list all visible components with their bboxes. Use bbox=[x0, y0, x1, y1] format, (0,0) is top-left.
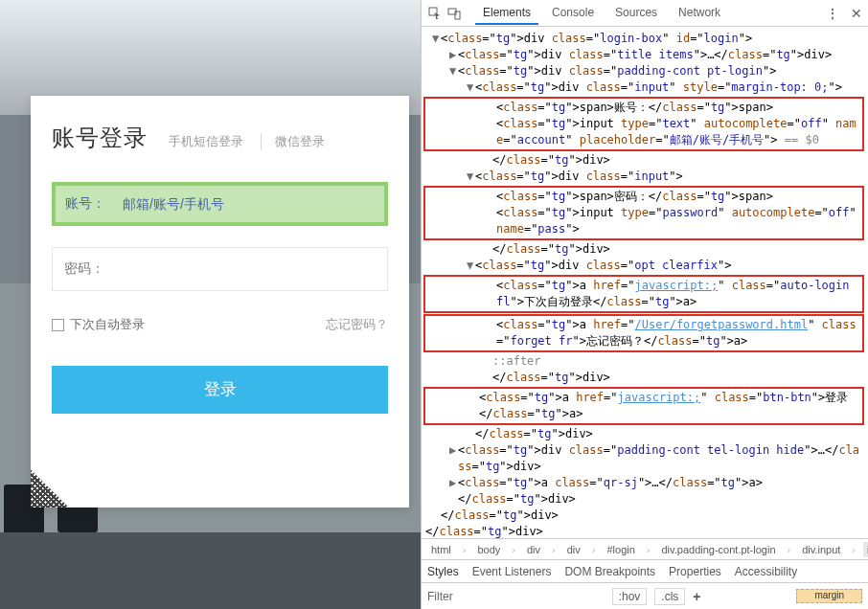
inspect-icon[interactable] bbox=[427, 6, 443, 21]
subtab-accessibility[interactable]: Accessibility bbox=[735, 565, 797, 578]
account-label: 账号： bbox=[65, 195, 123, 213]
qr-login-corner[interactable] bbox=[31, 454, 84, 508]
tab-wechat-login[interactable]: 微信登录 bbox=[261, 133, 325, 150]
devtools-toolbar: Elements Console Sources Network ⋮ ✕ bbox=[422, 0, 868, 27]
subtab-styles[interactable]: Styles bbox=[427, 565, 459, 578]
devtools-close-icon[interactable]: ✕ bbox=[851, 6, 862, 21]
login-title-row: 账号登录 手机短信登录 微信登录 bbox=[52, 123, 388, 153]
tab-elements[interactable]: Elements bbox=[475, 2, 538, 25]
highlighted-node-auto: <class="tg">a href="javascript:;" class=… bbox=[423, 275, 864, 313]
login-options: 下次自动登录 忘记密码？ bbox=[52, 316, 388, 333]
login-title: 账号登录 bbox=[52, 123, 148, 153]
password-field-row: 密码： bbox=[52, 247, 388, 291]
cls-toggle[interactable]: .cls bbox=[654, 588, 685, 605]
auto-login-toggle[interactable]: 下次自动登录 bbox=[52, 316, 145, 333]
styles-tab-strip: Styles Event Listeners DOM Breakpoints P… bbox=[422, 559, 868, 582]
account-field-row: 账号： bbox=[52, 182, 388, 226]
checkbox-icon bbox=[52, 319, 64, 331]
tab-sources[interactable]: Sources bbox=[607, 2, 665, 25]
login-box: 账号登录 手机短信登录 微信登录 账号： 密码： 下次自动登录 忘记密码？ 登录 bbox=[31, 96, 409, 508]
highlighted-node-pass: <class="tg">span>密码：</class="tg">span> <… bbox=[423, 186, 864, 240]
styles-filter-bar: Filter :hov .cls + margin bbox=[422, 582, 868, 609]
elements-tree[interactable]: ▼<class="tg">div class="login-box" id="l… bbox=[422, 27, 868, 538]
new-rule-button[interactable]: + bbox=[693, 589, 700, 604]
forgot-password-link[interactable]: 忘记密码？ bbox=[326, 316, 388, 333]
device-toggle-icon[interactable] bbox=[446, 6, 462, 21]
tab-console[interactable]: Console bbox=[544, 2, 602, 25]
subtab-properties[interactable]: Properties bbox=[669, 565, 721, 578]
login-submit-button[interactable]: 登录 bbox=[52, 366, 388, 414]
highlighted-node-btn: <class="tg">a href="javascript:;" class=… bbox=[423, 387, 864, 425]
tab-sms-login[interactable]: 手机短信登录 bbox=[169, 133, 243, 150]
breadcrumb[interactable]: html› body› div› div› #login› div.paddin… bbox=[422, 538, 868, 559]
highlighted-node-forget: <class="tg">a href="/User/forgetpassword… bbox=[423, 314, 864, 352]
login-form: 账号： 密码： 下次自动登录 忘记密码？ 登录 bbox=[52, 182, 388, 414]
filter-label: Filter bbox=[427, 590, 453, 603]
subtab-dom-breakpoints[interactable]: DOM Breakpoints bbox=[564, 565, 655, 578]
highlighted-node-account: <class="tg">span>账号：</class="tg">span> <… bbox=[423, 97, 864, 151]
auto-login-label: 下次自动登录 bbox=[70, 316, 145, 333]
password-input[interactable] bbox=[122, 261, 376, 277]
subtab-event-listeners[interactable]: Event Listeners bbox=[472, 565, 552, 578]
tab-network[interactable]: Network bbox=[671, 2, 728, 25]
filter-input[interactable] bbox=[461, 589, 605, 603]
page-viewport: 账号登录 手机短信登录 微信登录 账号： 密码： 下次自动登录 忘记密码？ 登录 bbox=[0, 0, 421, 609]
account-input[interactable] bbox=[123, 196, 375, 212]
devtools-tab-strip: Elements Console Sources Network bbox=[475, 2, 728, 25]
password-label: 密码： bbox=[64, 260, 122, 278]
devtools-panel: Elements Console Sources Network ⋮ ✕ ▼<c… bbox=[421, 0, 868, 609]
devtools-more-icon[interactable]: ⋮ bbox=[827, 7, 839, 20]
box-model-margin: margin bbox=[796, 589, 862, 603]
hov-toggle[interactable]: :hov bbox=[612, 588, 648, 605]
